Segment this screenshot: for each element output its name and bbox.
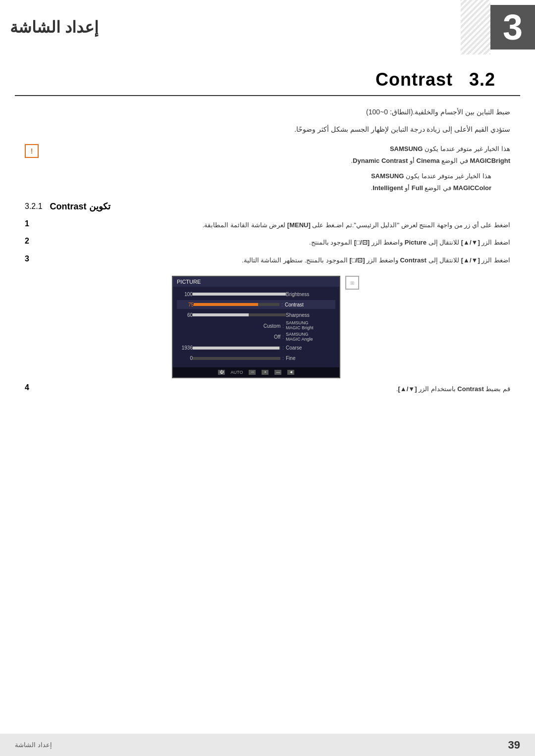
subsection-heading: تكوين Contrast 3.2.1 xyxy=(25,201,510,212)
subsection-number: 3.2.1 xyxy=(25,202,43,211)
menu-row-contrast: Contrast : 75 xyxy=(177,300,335,309)
step-3-number: 3 xyxy=(25,254,35,263)
section-title: Contrast 3.2 xyxy=(375,69,495,90)
note-block-2: هذا الخيار غير متوفر عندما يكون SAMSUNGM… xyxy=(25,170,491,194)
page-number: 39 xyxy=(508,739,520,752)
menu-row-brightness: Brightness 100 xyxy=(177,290,335,299)
footer-btn-left: ◄ xyxy=(287,370,294,375)
footer-chapter-label: إعداد الشاشة xyxy=(15,741,52,749)
note1-text: هذا الخيار غير متوفر عندما يكون SAMSUNGM… xyxy=(44,143,510,166)
note-block-1: هذا الخيار غير متوفر عندما يكون SAMSUNGM… xyxy=(25,143,510,166)
step-1-text: اضغط على أي زر من واجهة المنتج لعرض "الد… xyxy=(40,219,510,231)
screen-container: ⊞ PICTURE Brightness 100 Contrast xyxy=(25,276,510,378)
page-footer: 39 إعداد الشاشة xyxy=(0,734,535,756)
note-general: ستؤدي القيم الأعلى إلى زيادة درجة التباي… xyxy=(25,123,510,136)
menu-row-magic-angle: SAMSUNGMAGIC Angle : Off xyxy=(177,332,335,342)
note-icon-1: ! xyxy=(25,144,39,158)
step-4: قم بضبط Contrast باستخدام الزر [▼/▲]. 4 xyxy=(25,383,510,395)
step-1: اضغط على أي زر من واجهة المنتج لعرض "الد… xyxy=(25,219,510,231)
chapter-number: 3 xyxy=(503,9,523,45)
step-1-number: 1 xyxy=(25,219,35,228)
chapter-title: إعداد الشاشة xyxy=(10,18,99,37)
menu-row-sharpness: Sharpness 60 xyxy=(177,310,335,319)
step-2-number: 2 xyxy=(25,237,35,246)
footer-btn-plus: + xyxy=(262,370,268,375)
step-2-text: اضغط الزر [▼/▲] للانتقال إلى Picture واض… xyxy=(40,237,510,248)
footer-btn-enter: ↔ xyxy=(249,370,256,375)
subsection-title: تكوين Contrast xyxy=(50,201,110,212)
dynamic-contrast-text: Dynamic Contrast xyxy=(353,157,408,164)
note2-text: هذا الخيار غير متوفر عندما يكون SAMSUNGM… xyxy=(25,170,491,194)
step-3: اضغط الزر [▼/▲] للانتقال إلى Contrast وا… xyxy=(25,254,510,266)
chapter-number-box: 3 xyxy=(490,5,535,50)
main-content: ضبط التباين بين الأجسام والخلفية.(النطاق… xyxy=(0,96,535,410)
step-4-text: قم بضبط Contrast باستخدام الزر [▼/▲]. xyxy=(40,383,510,395)
step-3-text: اضغط الزر [▼/▲] للانتقال إلى Contrast وا… xyxy=(40,254,510,266)
menu-row-magic-bright: SAMSUNGMAGIC Bright : Custom xyxy=(177,321,335,331)
screen-simulation: PICTURE Brightness 100 Contrast : xyxy=(172,276,340,378)
footer-btn-auto: AUTO xyxy=(231,370,243,375)
menu-row-fine: Fine : 0 xyxy=(177,354,335,363)
section-heading: Contrast 3.2 xyxy=(15,54,520,96)
screen-footer: ◄ — + ↔ AUTO ⏻ xyxy=(173,367,339,377)
step-2: اضغط الزر [▼/▲] للانتقال إلى Picture واض… xyxy=(25,237,510,248)
footer-btn-minus: — xyxy=(274,370,281,375)
steps-list: اضغط على أي زر من واجهة المنتج لعرض "الد… xyxy=(25,219,510,266)
menu-row-coarse: Coarse : 1936 xyxy=(177,344,335,353)
intro-text: ضبط التباين بين الأجسام والخلفية.(النطاق… xyxy=(25,106,510,118)
header-decoration xyxy=(461,0,490,54)
monitor-icon: ⊞ xyxy=(345,276,359,290)
page-header: إعداد الشاشة 3 xyxy=(0,0,535,54)
footer-btn-power: ⏻ xyxy=(218,370,225,375)
screen-title-bar: PICTURE xyxy=(173,277,339,287)
steps-list-2: قم بضبط Contrast باستخدام الزر [▼/▲]. 4 xyxy=(25,383,510,395)
screen-body: Brightness 100 Contrast : 75 xyxy=(173,287,339,367)
step-4-number: 4 xyxy=(25,383,35,392)
